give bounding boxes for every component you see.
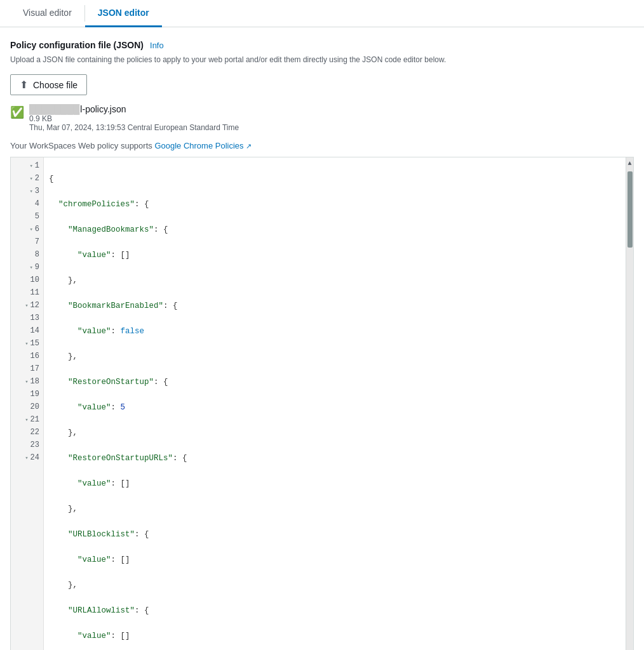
line-num-5: 5: [11, 211, 43, 223]
code-line-5: },: [49, 274, 621, 287]
section-description: Upload a JSON file containing the polici…: [10, 54, 634, 65]
line-num-6: ▾ 6: [11, 223, 43, 236]
code-line-13: "value": []: [49, 477, 621, 490]
fold-arrow-15[interactable]: ▾: [25, 340, 28, 348]
file-name-suffix: l-policy.json: [80, 104, 126, 114]
code-line-7: "value": false: [49, 325, 621, 338]
page-container: Visual editor JSON editor Policy configu…: [0, 0, 644, 650]
code-editor[interactable]: ▾ 1 ▾ 2 ▾ 3 4 5: [11, 157, 633, 650]
line-num-13: 13: [11, 312, 43, 325]
code-line-6: "BookmarkBarEnabled": {: [49, 300, 621, 312]
section-title: Policy configuration file (JSON): [10, 40, 144, 50]
fold-arrow-9[interactable]: ▾: [29, 263, 32, 272]
code-line-10: "value": 5: [49, 401, 621, 414]
fold-arrow-3[interactable]: ▾: [29, 187, 32, 196]
line-num-8: 8: [11, 249, 43, 262]
choose-file-label: Choose file: [33, 80, 77, 90]
scrollbar[interactable]: ▲: [626, 157, 633, 650]
fold-arrow-18[interactable]: ▾: [25, 378, 28, 387]
line-num-16: 16: [11, 350, 43, 363]
external-link-icon: ↗: [246, 142, 252, 150]
line-num-15: ▾ 15: [11, 338, 43, 350]
code-line-18: "URLAllowlist": {: [49, 604, 621, 617]
file-date: Thu, Mar 07, 2024, 13:19:53 Central Euro…: [29, 123, 239, 132]
choose-file-button[interactable]: ⬆ Choose file: [10, 74, 87, 95]
line-numbers: ▾ 1 ▾ 2 ▾ 3 4 5: [11, 157, 44, 650]
code-line-14: },: [49, 503, 621, 515]
tabs-bar: Visual editor JSON editor: [0, 0, 644, 27]
line-num-12: ▾ 12: [11, 300, 43, 312]
line-num-3: ▾ 3: [11, 185, 43, 198]
code-editor-wrapper: ▾ 1 ▾ 2 ▾ 3 4 5: [10, 157, 634, 650]
code-line-8: },: [49, 350, 621, 363]
section-title-row: Policy configuration file (JSON) Info: [10, 40, 634, 50]
code-line-4: "value": []: [49, 249, 621, 262]
policy-link-prefix: Your WorkSpaces Web policy supports: [10, 141, 154, 150]
line-num-17: 17: [11, 363, 43, 376]
code-line-17: },: [49, 579, 621, 592]
line-num-7: 7: [11, 236, 43, 249]
main-content: Policy configuration file (JSON) Info Up…: [0, 40, 644, 650]
line-num-19: 19: [11, 388, 43, 401]
code-line-19: "value": []: [49, 630, 621, 642]
check-circle-icon: ✅: [10, 105, 24, 119]
code-line-15: "URLBlocklist": {: [49, 528, 621, 541]
fold-arrow-24[interactable]: ▾: [25, 454, 28, 463]
line-num-10: 10: [11, 274, 43, 287]
fold-arrow-2[interactable]: ▾: [29, 175, 32, 183]
line-num-24: ▾ 24: [11, 452, 43, 465]
line-num-2: ▾ 2: [11, 173, 43, 185]
info-link[interactable]: Info: [150, 41, 164, 50]
code-line-16: "value": []: [49, 554, 621, 566]
line-num-20: 20: [11, 401, 43, 414]
file-details: ████████l-policy.json 0.9 KB Thu, Mar 07…: [29, 104, 239, 132]
upload-icon: ⬆: [20, 79, 28, 91]
line-num-14: 14: [11, 325, 43, 338]
file-name: ████████l-policy.json: [29, 104, 239, 114]
code-line-11: },: [49, 427, 621, 439]
code-line-1: {: [49, 173, 621, 185]
fold-arrow-6[interactable]: ▾: [29, 225, 32, 234]
code-line-12: "RestoreOnStartupURLs": {: [49, 452, 621, 465]
google-chrome-policies-link[interactable]: Google Chrome Policies: [154, 141, 243, 150]
line-num-4: 4: [11, 198, 43, 211]
scroll-up-arrow[interactable]: ▲: [627, 159, 631, 169]
policy-link-row: Your WorkSpaces Web policy supports Goog…: [10, 141, 634, 150]
code-line-3: "ManagedBookmarks": {: [49, 223, 621, 236]
file-info-row: ✅ ████████l-policy.json 0.9 KB Thu, Mar …: [10, 104, 634, 132]
code-line-9: "RestoreOnStartup": {: [49, 376, 621, 388]
line-num-21: ▾ 21: [11, 414, 43, 427]
line-num-18: ▾ 18: [11, 376, 43, 388]
fold-arrow-21[interactable]: ▾: [25, 416, 28, 425]
tab-json-editor[interactable]: JSON editor: [85, 0, 162, 27]
fold-arrow-12[interactable]: ▾: [25, 302, 28, 310]
tab-visual-editor[interactable]: Visual editor: [10, 0, 84, 27]
file-name-redacted: ████████: [29, 104, 79, 114]
code-line-2: "chromePolicies": {: [49, 198, 621, 211]
line-num-23: 23: [11, 439, 43, 452]
file-size: 0.9 KB: [29, 114, 239, 123]
scrollbar-thumb[interactable]: [627, 171, 633, 248]
line-num-22: 22: [11, 427, 43, 439]
fold-arrow-1[interactable]: ▾: [29, 162, 32, 171]
code-content[interactable]: { "chromePolicies": { "ManagedBookmarks"…: [44, 157, 626, 650]
line-num-9: ▾ 9: [11, 262, 43, 274]
line-num-1: ▾ 1: [11, 160, 43, 173]
line-num-11: 11: [11, 287, 43, 300]
